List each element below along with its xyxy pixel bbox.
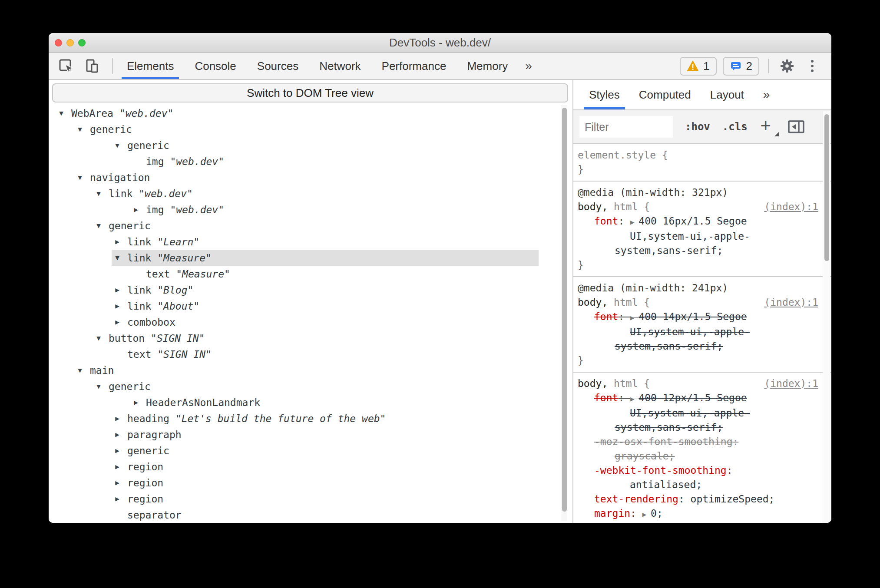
kebab-menu-icon[interactable]	[803, 56, 822, 76]
css-line[interactable]: system,sans-serif;	[578, 244, 828, 258]
css-val[interactable]: 400 12px/1.5 Segoe	[638, 392, 747, 403]
tab-elements[interactable]: Elements	[116, 53, 184, 79]
tree-row-separator[interactable]: separator	[49, 507, 539, 523]
tree-row-img[interactable]: ▶img "web.dev"	[49, 202, 539, 218]
tree-row-combobox[interactable]: ▶combobox	[49, 314, 539, 330]
tree-row-link[interactable]: ▼link "web.dev"	[49, 185, 539, 202]
tree-row-text[interactable]: text "SIGN IN"	[49, 346, 539, 362]
tab-memory[interactable]: Memory	[457, 53, 518, 79]
tree-row-main[interactable]: ▼main	[49, 362, 539, 378]
css-line[interactable]: UI,system-ui,-apple-	[578, 406, 828, 420]
css-line[interactable]: font: ▶ 400 14px/1.5 Segoe	[578, 310, 828, 325]
expand-arrow-icon[interactable]: ▶	[112, 495, 123, 503]
css-line[interactable]: overflow-wrap: break-word;	[578, 522, 828, 523]
css-val[interactable]: 400 16px/1.5 Segoe	[638, 215, 747, 227]
expand-arrow-icon[interactable]: ▶	[112, 302, 123, 310]
expand-arrow-icon[interactable]: ▶	[112, 286, 123, 294]
inspect-element-icon[interactable]	[56, 56, 76, 76]
new-style-rule-button[interactable]: +	[761, 118, 776, 135]
css-line[interactable]: system,sans-serif;	[578, 420, 828, 435]
css-line[interactable]: margin: ▶ 0;	[578, 506, 828, 522]
css-val[interactable]: 400 14px/1.5 Segoe	[638, 311, 747, 322]
tree-row-button[interactable]: ▼button "SIGN IN"	[49, 330, 539, 346]
styles-scrollbar[interactable]	[823, 111, 830, 523]
toggle-sidebar-icon[interactable]	[787, 119, 805, 135]
css-line[interactable]: body, html {(index):1	[578, 377, 828, 391]
messages-badge[interactable]: 2	[723, 57, 759, 76]
tree-row-text[interactable]: text "Measure"	[49, 266, 539, 282]
stylesheet-source-link[interactable]: (index):1	[764, 295, 818, 310]
css-line[interactable]: element.style {	[578, 148, 828, 162]
css-val[interactable]: antialiased;	[630, 479, 702, 490]
device-toolbar-icon[interactable]	[83, 56, 102, 76]
expand-arrow-icon[interactable]: ▶	[112, 462, 123, 471]
css-val[interactable]: system,sans-serif;	[615, 340, 723, 352]
tab-computed[interactable]: Computed	[629, 80, 701, 109]
css-val[interactable]: optimizeSpeed;	[691, 493, 775, 505]
expand-arrow-icon[interactable]: ▶	[112, 446, 123, 455]
css-prop[interactable]: font	[594, 392, 618, 403]
collapse-arrow-icon[interactable]: ▼	[93, 334, 104, 342]
css-prop[interactable]: font	[594, 311, 618, 322]
tab-styles[interactable]: Styles	[579, 80, 629, 109]
css-line[interactable]: font: ▶ 400 12px/1.5 Segoe	[578, 391, 828, 406]
collapse-arrow-icon[interactable]: ▼	[74, 125, 86, 133]
tree-row-region[interactable]: ▶region	[49, 475, 539, 491]
css-line[interactable]: }	[578, 353, 828, 368]
tree-row-generic[interactable]: ▼generic	[49, 137, 539, 153]
css-line[interactable]: antialiased;	[578, 478, 828, 492]
toggle-hover-state-button[interactable]: :hov	[685, 121, 710, 133]
css-line[interactable]: system,sans-serif;	[578, 339, 828, 353]
expand-arrow-icon[interactable]: ▶	[112, 479, 123, 487]
css-line[interactable]: }	[578, 258, 828, 272]
css-line[interactable]: -moz-osx-font-smoothing:	[578, 435, 828, 449]
expand-arrow-icon[interactable]: ▶	[112, 318, 123, 326]
css-line[interactable]: grayscale;	[578, 449, 828, 463]
close-window-button[interactable]	[55, 39, 62, 46]
tab-layout[interactable]: Layout	[701, 80, 754, 109]
css-line[interactable]: UI,system-ui,-apple-	[578, 229, 828, 244]
more-tabs-chevron[interactable]: »	[518, 53, 539, 79]
css-line[interactable]: body, html {(index):1	[578, 295, 828, 310]
expand-arrow-icon[interactable]: ▶	[112, 414, 123, 423]
tree-row-generic[interactable]: ▼generic	[49, 218, 539, 234]
css-val[interactable]: 0;	[651, 508, 663, 519]
expand-arrow-icon[interactable]: ▶	[130, 398, 142, 406]
css-val[interactable]: UI,system-ui,-apple-	[630, 231, 750, 242]
css-val[interactable]: system,sans-serif;	[615, 245, 723, 256]
collapse-arrow-icon[interactable]: ▼	[74, 173, 86, 182]
collapse-arrow-icon[interactable]: ▼	[93, 382, 104, 390]
expand-arrow-icon[interactable]: ▶	[130, 205, 142, 214]
collapse-arrow-icon[interactable]: ▼	[93, 189, 104, 198]
tree-row-link[interactable]: ▶link "Learn"	[49, 234, 539, 250]
tree-row-img[interactable]: img "web.dev"	[49, 153, 539, 169]
stylesheet-source-link[interactable]: (index):1	[764, 200, 818, 214]
css-line[interactable]: font: ▶ 400 16px/1.5 Segoe	[578, 214, 828, 229]
tree-row-region[interactable]: ▶region	[49, 459, 539, 475]
css-val[interactable]: system,sans-serif;	[615, 422, 723, 433]
tree-row-paragraph[interactable]: ▶paragraph	[49, 426, 539, 443]
collapse-arrow-icon[interactable]: ▼	[112, 141, 123, 149]
css-line[interactable]: text-rendering: optimizeSpeed;	[578, 492, 828, 506]
css-val[interactable]: UI,system-ui,-apple-	[630, 407, 750, 419]
css-prop[interactable]: font	[594, 215, 618, 227]
tree-row-link[interactable]: ▶link "Blog"	[49, 282, 539, 298]
css-line[interactable]: @media (min-width: 241px)	[578, 281, 828, 295]
css-val[interactable]: UI,system-ui,-apple-	[630, 326, 750, 337]
css-prop[interactable]: -webkit-font-smoothing	[594, 465, 727, 476]
css-line[interactable]: body, html {(index):1	[578, 200, 828, 214]
css-line[interactable]: UI,system-ui,-apple-	[578, 325, 828, 339]
styles-scrollbar-thumb[interactable]	[824, 114, 829, 261]
minimize-window-button[interactable]	[66, 39, 74, 46]
tree-row-WebArea[interactable]: ▼WebArea "web.dev"	[49, 105, 539, 121]
collapse-arrow-icon[interactable]: ▼	[112, 254, 123, 262]
tree-row-link[interactable]: ▼link "Measure"	[49, 250, 539, 266]
expand-arrow-icon[interactable]: ▶	[112, 238, 123, 246]
switch-to-dom-tree-button[interactable]: Switch to DOM Tree view	[52, 83, 568, 102]
css-line[interactable]: @media (min-width: 321px)	[578, 185, 828, 200]
tree-scrollbar[interactable]	[561, 105, 567, 521]
collapse-arrow-icon[interactable]: ▼	[93, 221, 104, 230]
zoom-window-button[interactable]	[78, 39, 86, 46]
tree-row-generic[interactable]: ▼generic	[49, 378, 539, 394]
css-prop[interactable]: text-rendering	[594, 493, 678, 505]
